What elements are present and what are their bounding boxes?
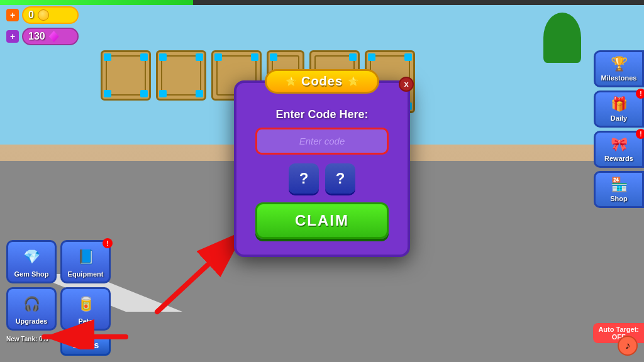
crate	[101, 50, 151, 101]
modal-close-button[interactable]: x	[399, 77, 414, 92]
add-gems-button[interactable]: +	[6, 30, 19, 43]
crate-dot	[214, 53, 222, 61]
equipment-button[interactable]: ! 📘 Equipment	[60, 240, 111, 283]
code-input[interactable]	[255, 128, 389, 155]
close-icon: x	[404, 79, 408, 89]
equipment-badge: !	[103, 238, 113, 248]
bottom-left-menu: 💎 Gem Shop ! 📘 Equipment 🎧 Upgrades 🥫 Pe…	[6, 240, 111, 356]
shop-label: Shop	[610, 195, 628, 202]
mystery-icon-1: ?	[299, 170, 309, 187]
mystery-button-1[interactable]: ?	[289, 163, 319, 194]
mystery-buttons-row: ? ?	[255, 163, 389, 194]
modal-title: Codes	[301, 74, 343, 89]
rewards-label: Rewards	[604, 155, 633, 162]
gem-value: 130	[28, 31, 45, 42]
rewards-badge: !	[636, 129, 644, 139]
modal-title-banner: ⭐ Codes ⭐	[265, 69, 379, 94]
music-icon: ♪	[625, 340, 630, 351]
add-coins-button[interactable]: +	[6, 9, 19, 21]
pets-button[interactable]: 🥫 Pets	[60, 287, 111, 331]
upgrades-label: Upgrades	[16, 317, 48, 325]
daily-icon: 🎁	[611, 96, 628, 112]
crate-dot	[196, 53, 203, 61]
milestones-label: Milestones	[601, 74, 637, 82]
rewards-button[interactable]: ! 🎀 Rewards	[594, 131, 644, 168]
milestones-icon: 🏆	[611, 56, 628, 72]
codes-modal: ⭐ Codes ⭐ x Enter Code Here: ? ?	[234, 80, 410, 257]
daily-label: Daily	[611, 114, 627, 122]
claim-button[interactable]: CLAIM	[255, 202, 389, 239]
crate-dot	[140, 90, 148, 97]
mystery-button-2[interactable]: ?	[325, 163, 355, 194]
coin-display: 0	[22, 6, 79, 24]
equipment-label: Equipment	[68, 270, 104, 278]
crate-dot	[104, 53, 111, 61]
gem-shop-label: Gem Shop	[14, 270, 48, 278]
mystery-icon-2: ?	[336, 170, 345, 187]
shop-button[interactable]: 🏪 Shop	[594, 171, 644, 208]
new-tank-text: New Tank: 0%	[6, 334, 57, 356]
shop-icon: 🏪	[611, 177, 628, 193]
crate-dot	[404, 53, 412, 61]
coin-value: 0	[28, 9, 34, 21]
star-right-icon: ⭐	[348, 76, 358, 86]
enter-code-label: Enter Code Here:	[255, 108, 389, 121]
crate-dot	[159, 90, 167, 97]
codes-button[interactable]: Codes	[60, 334, 111, 356]
crate-dot	[349, 53, 357, 61]
tree	[543, 13, 581, 63]
star-left-icon: ⭐	[286, 76, 296, 86]
music-button[interactable]: ♪	[618, 336, 638, 356]
daily-button[interactable]: ! 🎁 Daily	[594, 90, 644, 128]
progress-bar	[0, 0, 644, 5]
upgrades-icon: 🎧	[20, 293, 43, 315]
crate-dot	[159, 53, 167, 61]
crate	[156, 50, 206, 101]
pets-icon: 🥫	[74, 293, 97, 315]
rewards-icon: 🎀	[611, 136, 628, 153]
crate-dot	[196, 90, 203, 97]
progress-bar-fill	[0, 0, 193, 5]
upgrades-button[interactable]: 🎧 Upgrades	[6, 287, 57, 331]
gem-display: 130	[22, 28, 79, 45]
right-side-menu: 🏆 Milestones ! 🎁 Daily ! 🎀 Rewards 🏪 Sho…	[594, 50, 644, 208]
hud-topleft: + 0 + 130	[6, 6, 79, 45]
crate-dot	[251, 53, 258, 61]
coin-icon	[38, 9, 49, 21]
daily-badge: !	[636, 89, 644, 99]
gem-bar: + 130	[6, 28, 79, 45]
crate-dot	[270, 53, 277, 61]
gem-shop-button[interactable]: 💎 Gem Shop	[6, 240, 57, 283]
gem-icon	[49, 31, 59, 42]
gem-shop-icon: 💎	[20, 246, 43, 268]
game-background: + 0 + 130 💎 Gem Shop ! 📘 Equipment 🎧	[0, 0, 644, 362]
equipment-icon: 📘	[74, 246, 97, 268]
milestones-button[interactable]: 🏆 Milestones	[594, 50, 644, 87]
crate-dot	[104, 90, 111, 97]
crate-dot	[140, 53, 148, 61]
pets-label: Pets	[78, 317, 92, 325]
coin-bar: + 0	[6, 6, 79, 24]
crate-dot	[368, 53, 375, 61]
